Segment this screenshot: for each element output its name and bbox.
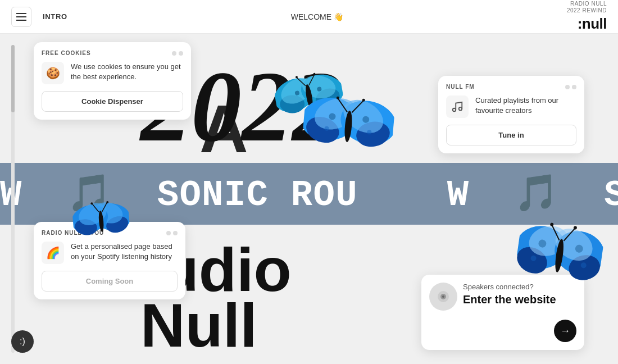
- svg-point-18: [301, 95, 359, 143]
- radio-null-you-dots: [166, 231, 178, 235]
- svg-point-45: [512, 242, 552, 279]
- cookies-icon: 🍪: [42, 62, 64, 84]
- svg-point-47: [549, 225, 606, 280]
- null-fm-card-body: Curated playlists from our favourite cre…: [446, 95, 576, 118]
- svg-point-10: [301, 73, 338, 101]
- radio-null-you-label: RADIO NULL X YOU: [42, 230, 104, 236]
- svg-point-17: [317, 87, 322, 92]
- speaker-icon: [429, 283, 457, 311]
- hamburger-line-2: [16, 16, 26, 17]
- null-fm-card-label: NULL FM: [446, 84, 475, 90]
- smiley-button[interactable]: :): [11, 330, 34, 353]
- svg-point-22: [355, 119, 392, 149]
- svg-point-44: [515, 226, 566, 269]
- card-dot-1: [172, 51, 176, 56]
- cookies-card-body: 🍪 We use cookies to ensure you get the b…: [42, 62, 183, 84]
- cookies-card: FREE COOKIES 🍪 We use cookies to ensure …: [34, 42, 191, 120]
- cookies-card-header: FREE COOKIES: [42, 50, 183, 56]
- svg-point-29: [329, 113, 336, 120]
- svg-point-49: [549, 222, 598, 267]
- svg-point-7: [276, 72, 317, 109]
- null-fm-card-header: NULL FM: [446, 84, 576, 90]
- svg-point-8: [299, 73, 345, 108]
- svg-point-31: [324, 126, 329, 131]
- enter-website-card: Speakers connected? Enter the website →: [421, 275, 584, 350]
- rainbow-icon: 🌈: [42, 242, 64, 264]
- svg-line-12: [297, 76, 306, 87]
- svg-point-56: [575, 244, 584, 253]
- brand-sub-label: RADIO NULL2022 REWIND: [567, 1, 607, 14]
- null-fm-dot-1: [565, 85, 570, 89]
- cookies-card-label: FREE COOKIES: [42, 50, 91, 56]
- menu-button[interactable]: [11, 7, 31, 27]
- null-fm-card: NULL FM Curated playlists from our favou…: [438, 76, 584, 153]
- svg-point-21: [336, 94, 397, 150]
- header-right: RADIO NULL2022 REWIND :null: [567, 1, 607, 33]
- enter-card-body: Speakers connected? Enter the website: [429, 283, 576, 311]
- main-content: 2022 A W 🎵 SONIC ROU W 🎵 SONIC ROU tudio…: [0, 34, 618, 364]
- null-text: Null: [140, 297, 292, 353]
- radio-null-you-body: 🌈 Get a personalised page based on your …: [42, 242, 178, 264]
- svg-line-27: [352, 101, 363, 113]
- enter-title: Enter the website: [463, 293, 556, 306]
- null-fm-icon: [446, 95, 469, 118]
- svg-point-50: [554, 239, 565, 273]
- ticker-text: W 🎵 SONIC ROU W 🎵 SONIC ROU: [0, 172, 618, 216]
- svg-line-25: [337, 99, 348, 112]
- svg-line-14: [307, 75, 316, 85]
- enter-header-text: Speakers connected?: [463, 283, 556, 291]
- brand-logo: :null: [578, 15, 607, 33]
- svg-point-11: [305, 84, 314, 109]
- header: INTRO WELCOME 👋 RADIO NULL2022 REWIND :n…: [0, 0, 618, 34]
- svg-point-6: [280, 95, 305, 113]
- svg-point-54: [573, 226, 577, 230]
- null-fm-dot-2: [572, 85, 576, 89]
- svg-point-16: [294, 90, 299, 95]
- radio-null-you-card: RADIO NULL X YOU 🌈 Get a personalised pa…: [34, 222, 185, 299]
- svg-point-15: [313, 72, 316, 75]
- card-dot-2: [179, 51, 183, 56]
- svg-point-4: [442, 295, 444, 298]
- svg-point-55: [538, 239, 547, 248]
- radio-null-dot-1: [166, 231, 171, 235]
- radio-null-you-header: RADIO NULL X YOU: [42, 230, 178, 236]
- letter-fragment: A: [199, 90, 248, 167]
- radio-null-dot-2: [173, 231, 178, 235]
- svg-point-9: [313, 85, 342, 111]
- svg-point-46: [526, 222, 571, 260]
- null-fm-card-dots: [565, 85, 576, 89]
- intro-label: INTRO: [43, 12, 67, 21]
- svg-point-1: [459, 107, 462, 111]
- svg-point-0: [453, 108, 456, 112]
- svg-point-20: [310, 93, 360, 135]
- scrollbar-thumb[interactable]: [11, 45, 15, 112]
- svg-line-51: [551, 226, 561, 240]
- svg-point-13: [296, 76, 298, 79]
- cookies-body-text: We use cookies to ensure you get the bes…: [71, 62, 183, 82]
- cookies-card-dots: [172, 51, 183, 56]
- svg-point-58: [580, 262, 587, 269]
- svg-point-57: [530, 255, 537, 261]
- header-left: INTRO: [11, 7, 67, 27]
- tune-in-button[interactable]: Tune in: [446, 125, 576, 145]
- null-fm-body-text: Curated playlists from our favourite cre…: [475, 95, 576, 116]
- coming-soon-button[interactable]: Coming Soon: [42, 271, 178, 292]
- butterfly-2: [301, 86, 397, 166]
- hamburger-line-3: [16, 20, 26, 21]
- enter-arrow-button[interactable]: →: [554, 320, 576, 342]
- enter-content: →: [429, 320, 576, 342]
- svg-point-23: [338, 93, 389, 140]
- butterfly-1: [271, 62, 347, 129]
- svg-point-19: [303, 112, 343, 147]
- cookie-dispenser-button[interactable]: Cookie Dispenser: [42, 91, 183, 112]
- radio-null-you-text: Get a personalised page based on your Sp…: [71, 242, 178, 262]
- svg-point-5: [271, 72, 321, 119]
- scrollbar-track: [11, 45, 15, 353]
- enter-text-block: Speakers connected? Enter the website: [463, 283, 556, 306]
- hamburger-line-1: [16, 13, 26, 14]
- svg-point-30: [362, 116, 370, 123]
- svg-point-28: [362, 98, 365, 101]
- svg-point-24: [344, 111, 353, 143]
- svg-point-26: [337, 96, 339, 99]
- svg-point-32: [367, 130, 372, 135]
